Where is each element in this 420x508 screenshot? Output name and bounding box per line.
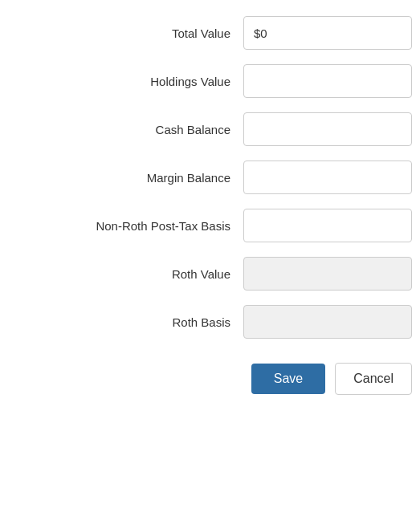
form-row-roth-value: Roth Value [8, 257, 412, 291]
form-row-margin-balance: Margin Balance [8, 161, 412, 194]
form-row-roth-basis: Roth Basis [8, 305, 412, 339]
label-roth-basis: Roth Basis [86, 315, 230, 329]
fields-container: Total ValueHoldings ValueCash BalanceMar… [8, 16, 412, 339]
label-non-roth-post-tax-basis: Non-Roth Post-Tax Basis [86, 219, 230, 233]
save-button[interactable]: Save [251, 364, 325, 394]
form-row-total-value: Total Value [8, 16, 412, 50]
input-roth-value [243, 257, 412, 291]
form-row-cash-balance: Cash Balance [8, 112, 412, 146]
label-holdings-value: Holdings Value [86, 75, 230, 88]
input-cash-balance[interactable] [243, 112, 412, 146]
label-margin-balance: Margin Balance [86, 171, 230, 185]
input-margin-balance[interactable] [243, 161, 412, 194]
label-total-value: Total Value [86, 26, 230, 40]
label-roth-value: Roth Value [86, 267, 230, 281]
input-total-value[interactable] [243, 16, 412, 50]
label-cash-balance: Cash Balance [86, 123, 230, 136]
input-non-roth-post-tax-basis[interactable] [243, 209, 412, 242]
button-row: Save Cancel [8, 363, 412, 395]
input-roth-basis [243, 305, 412, 339]
form-row-non-roth-post-tax-basis: Non-Roth Post-Tax Basis [8, 209, 412, 242]
cancel-button[interactable]: Cancel [335, 363, 412, 395]
form-container: Total ValueHoldings ValueCash BalanceMar… [8, 16, 412, 395]
form-row-holdings-value: Holdings Value [8, 64, 412, 98]
input-holdings-value[interactable] [243, 64, 412, 98]
